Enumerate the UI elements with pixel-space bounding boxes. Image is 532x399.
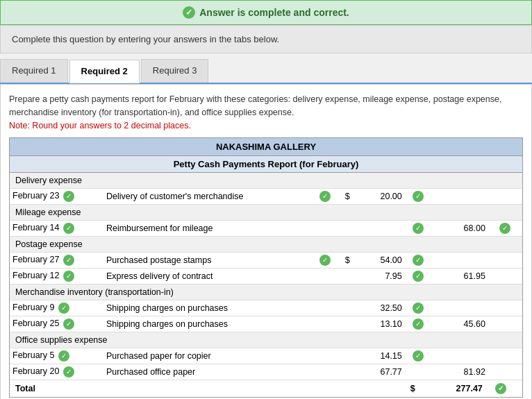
- table-row: February 14 ✓ Reimbursement for mileage …: [10, 221, 522, 237]
- category-postage: Postage expense: [10, 237, 522, 253]
- total-label: Total: [10, 380, 405, 398]
- check-icon: ✓: [413, 223, 424, 234]
- content-area: Prepare a petty cash payments report for…: [0, 84, 532, 399]
- check-icon: ✓: [63, 271, 74, 282]
- category-label: Office supplies expense: [10, 332, 522, 348]
- check-icon: ✓: [63, 366, 74, 377]
- note-text: Note: Round your answers to 2 decimal pl…: [9, 121, 191, 130]
- check-icon: ✓: [495, 383, 506, 394]
- total-amount: 277.47: [431, 380, 488, 398]
- report-table: Delivery expense February 23 ✓ Delivery …: [10, 173, 522, 397]
- instruction-box: Complete this question by entering your …: [0, 25, 532, 53]
- check-icon: ✓: [183, 6, 195, 19]
- category-office: Office supplies expense: [10, 332, 522, 348]
- date-cell: February 5 ✓: [10, 348, 103, 364]
- check-icon: ✓: [319, 191, 331, 202]
- desc-cell: Shipping charges on purchases: [103, 316, 312, 332]
- tab-required-1[interactable]: Required 1: [0, 59, 68, 83]
- check-icon: ✓: [413, 271, 424, 282]
- category-label: Merchandise inventory (transportation-in…: [10, 285, 522, 300]
- desc-cell: Purchased postage stamps: [103, 253, 312, 269]
- date-cell: February 9 ✓: [10, 300, 103, 316]
- tab-required-2[interactable]: Required 2: [69, 60, 140, 83]
- table-row: February 23 ✓ Delivery of customer's mer…: [10, 189, 522, 205]
- instruction-text: Complete this question by entering your …: [12, 34, 279, 44]
- report-title: Petty Cash Payments Report (for February…: [10, 156, 522, 173]
- date-cell: February 20 ✓: [10, 364, 103, 380]
- category-label: Mileage expense: [10, 205, 522, 221]
- date-cell: February 27 ✓: [10, 253, 103, 269]
- table-row: February 12 ✓ Express delivery of contra…: [10, 269, 522, 285]
- date-cell: February 25 ✓: [10, 316, 103, 332]
- check-icon: ✓: [63, 319, 74, 330]
- desc-cell: Delivery of customer's merchandise: [103, 189, 312, 205]
- desc-cell: Shipping charges on purchases: [103, 300, 312, 316]
- tabs-container: Required 1 Required 2 Required 3: [0, 59, 532, 84]
- category-label: Delivery expense: [10, 173, 522, 189]
- check-icon: ✓: [413, 319, 424, 330]
- desc-cell: Purchased paper for copier: [103, 348, 312, 364]
- report-table-wrapper: NAKASHIMA GALLERY Petty Cash Payments Re…: [9, 137, 523, 398]
- table-row: February 25 ✓ Shipping charges on purcha…: [10, 316, 522, 332]
- banner-text: Answer is complete and correct.: [199, 7, 349, 18]
- total-row: Total $ 277.47 ✓: [10, 380, 522, 398]
- desc-cell: Purchased office paper: [103, 364, 312, 380]
- check-icon: ✓: [63, 223, 74, 234]
- check-icon: ✓: [413, 191, 424, 202]
- category-merch: Merchandise inventory (transportation-in…: [10, 285, 522, 300]
- date-cell: February 23 ✓: [10, 189, 103, 205]
- table-row: February 20 ✓ Purchased office paper 67.…: [10, 364, 522, 380]
- desc-cell: Reimbursement for mileage: [103, 221, 312, 237]
- check-icon: ✓: [63, 191, 74, 202]
- tab-required-3[interactable]: Required 3: [141, 59, 209, 83]
- check-icon: ✓: [58, 303, 69, 314]
- description-text: Prepare a petty cash payments report for…: [9, 93, 523, 132]
- date-cell: February 12 ✓: [10, 269, 103, 285]
- desc-cell: Express delivery of contract: [103, 269, 312, 285]
- table-row: February 5 ✓ Purchased paper for copier …: [10, 348, 522, 364]
- check-icon: ✓: [319, 255, 331, 266]
- check-icon: ✓: [413, 350, 424, 362]
- category-mileage: Mileage expense: [10, 205, 522, 221]
- table-row: February 9 ✓ Shipping charges on purchas…: [10, 300, 522, 316]
- check-icon: ✓: [413, 255, 424, 266]
- success-banner: ✓ Answer is complete and correct.: [0, 0, 532, 25]
- category-label: Postage expense: [10, 237, 522, 253]
- company-name: NAKASHIMA GALLERY: [10, 138, 522, 156]
- check-icon: ✓: [63, 255, 74, 266]
- table-row: February 27 ✓ Purchased postage stamps ✓…: [10, 253, 522, 269]
- category-delivery: Delivery expense: [10, 173, 522, 189]
- check-icon: ✓: [499, 223, 510, 234]
- check-icon: ✓: [58, 350, 69, 362]
- check-icon: ✓: [413, 303, 424, 314]
- date-cell: February 14 ✓: [10, 221, 103, 237]
